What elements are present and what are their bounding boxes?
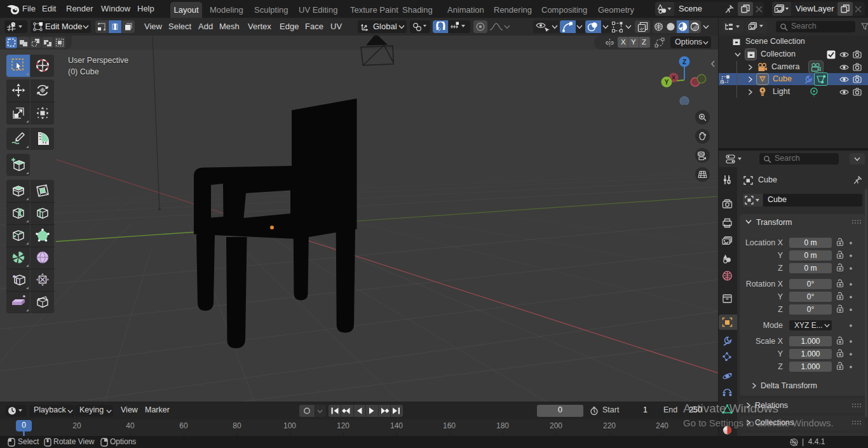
svg-text:Z: Z (682, 58, 686, 65)
svg-text:X: X (672, 74, 675, 81)
svg-text:Y: Y (665, 79, 669, 86)
